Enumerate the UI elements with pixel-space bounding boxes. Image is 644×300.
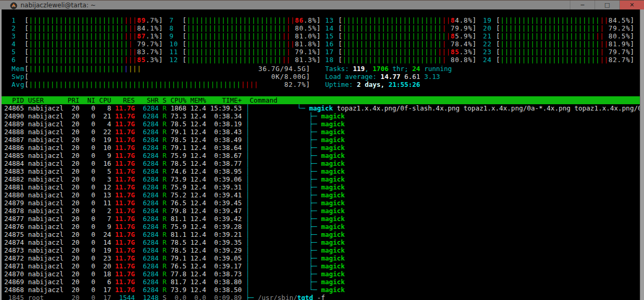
process-row[interactable]: 24878 nabijaczl 20 0 2 11.7G 6284 R 79.8… [0,207,640,215]
summary-block: Tasks: 119, 1706 thr; 24 running Load av… [325,65,452,88]
load-fifteen: 3.13 [424,73,440,81]
process-row[interactable]: 24869 nabijaczl 20 0 6 11.7G 6284 R 81.7… [0,278,640,286]
htop-terminal: 1 [|||||||||||||||||||||||||89.7%] 2 [||… [0,9,644,300]
process-row[interactable]: 24880 nabijaczl 20 0 13 11.7G 6284 R 75.… [0,191,640,199]
process-row[interactable]: 24868 nabijaczl 20 0 17 11.7G 6284 R 73.… [0,286,640,294]
running-label: running [420,65,452,73]
uptime-days: 2 days, [357,81,388,88]
process-row[interactable]: 24882 nabijaczl 20 0 3 11.7G 6284 R 73.9… [0,175,640,183]
process-row[interactable]: 24886 nabijaczl 20 0 10 11.7G 6284 R 79.… [0,144,640,152]
uptime-label: Uptime: [325,81,357,88]
thr-label: thr; [388,65,412,73]
process-row[interactable]: 24872 nabijaczl 20 0 23 11.7G 6284 R 79.… [0,254,640,262]
process-row[interactable]: 24888 nabijaczl 20 0 22 11.7G 6284 R 79.… [0,128,640,136]
maximize-button[interactable]: □ [595,1,619,10]
scrollbar[interactable] [640,9,644,300]
cpu-meter-column-4: 19 [|||||||||||||||||||||||||84.5%] 20 [… [483,16,635,64]
process-row[interactable]: 24883 nabijaczl 20 0 5 11.7G 6284 R 74.6… [0,167,640,175]
minimize-icon: − [580,2,585,8]
cpu-meter-column-2: 7 [|||||||||||||||||||||||||86.8%] 8 [||… [169,16,321,64]
load-five: 6.61 [405,73,425,81]
running-count: 24 [412,65,420,73]
cpu-meter-column-1: 1 [|||||||||||||||||||||||||89.7%] 2 [||… [12,16,163,64]
close-icon: ✕ [629,2,634,8]
process-row[interactable]: 24874 nabijaczl 20 0 14 11.7G 6284 R 78.… [0,238,640,246]
load-label: Load average: [325,73,380,81]
process-row[interactable]: 24870 nabijaczl 20 0 18 11.7G 6284 R 77.… [0,270,640,278]
uptime-time: 21:55:26 [388,81,420,88]
process-row[interactable]: 24881 nabijaczl 20 0 12 11.7G 6284 R 75.… [0,183,640,191]
process-row[interactable]: 24884 nabijaczl 20 0 16 11.7G 6284 R 78.… [0,159,640,167]
process-row[interactable]: 24889 nabijaczl 20 0 4 11.7G 6284 R 78.5… [0,120,640,128]
tasks-label: Tasks: [325,65,353,73]
tasks-count: 119 [353,65,365,73]
cpu-meter-column-3: 13 [|||||||||||||||||||||||||84.8%] 14 [… [325,16,477,64]
process-row[interactable]: 24885 nabijaczl 20 0 9 11.7G 6284 R 75.9… [0,152,640,159]
minimize-button[interactable]: − [570,1,595,10]
process-row[interactable]: 24890 nabijaczl 20 0 21 11.7G 6284 R 73.… [0,112,640,120]
process-row[interactable]: 1845 root 20 0 17 1544 1248 S 0.0 0.0 0:… [0,294,640,300]
terminal-icon [10,2,17,9]
close-button[interactable]: ✕ [619,1,644,10]
process-row[interactable]: 24887 nabijaczl 20 0 19 11.7G 6284 R 78.… [0,136,640,144]
process-row[interactable]: 24879 nabijaczl 20 0 11 11.7G 6284 R 76.… [0,199,640,207]
process-row[interactable]: 24873 nabijaczl 20 0 19 11.7G 6284 R 78.… [0,246,640,254]
tasks-sep: , [365,65,373,73]
process-row[interactable]: 24865 nabijaczl 20 0 8 11.7G 6284 R 1868… [0,104,640,112]
tasks-line: Tasks: 119, 1706 thr; 24 running [325,65,452,73]
titlebar[interactable]: nabijaczleweli@tarta: ~ − □ ✕ [0,0,644,9]
threads-count: 1706 [373,65,388,73]
memory-swap-average-meters: Mem[|||||||||||||||||||||||||| 36.7G/94.… [12,65,310,88]
load-average-line: Load average: 14.77 6.61 3.13 [325,73,452,81]
process-row[interactable]: 24871 nabijaczl 20 0 20 11.7G 6284 R 76.… [0,262,640,270]
process-list: 24865 nabijaczl 20 0 8 11.7G 6284 R 1868… [0,104,640,300]
process-row[interactable]: 24875 nabijaczl 20 0 24 11.7G 6284 R 81.… [0,231,640,238]
process-table-header[interactable]: PID USER PRI NI CPU RES SHR S CPU% MEM% … [2,96,640,104]
uptime-line: Uptime: 2 days, 21:55:26 [325,81,452,88]
maximize-icon: □ [605,2,610,8]
window-title: nabijaczleweli@tarta: ~ [21,2,96,9]
process-row[interactable]: 24876 nabijaczl 20 0 9 11.7G 6284 R 75.9… [0,223,640,231]
process-row[interactable]: 24877 nabijaczl 20 0 7 11.7G 6284 R 81.1… [0,215,640,223]
load-one: 14.77 [380,73,404,81]
